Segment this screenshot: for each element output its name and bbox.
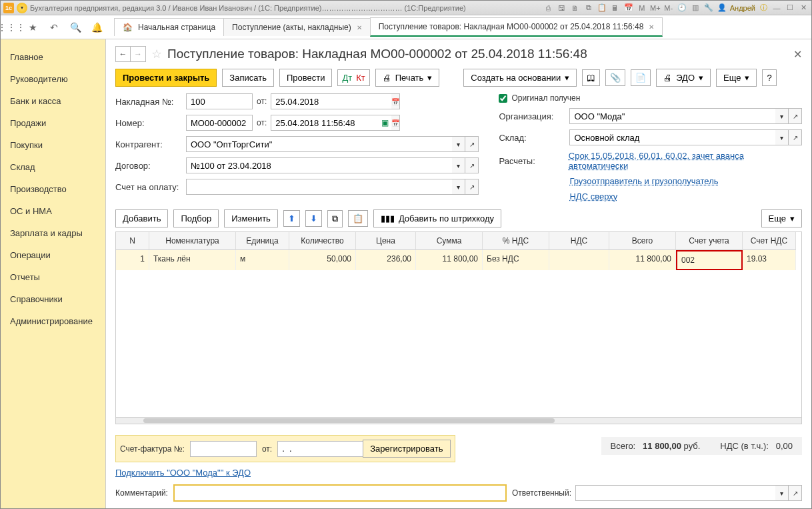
comment-input[interactable] — [173, 484, 507, 502]
col-price[interactable]: Цена — [356, 232, 416, 250]
star-icon[interactable]: ☆ — [151, 47, 162, 61]
chevron-down-icon[interactable]: ▾ — [775, 129, 789, 145]
more-button[interactable]: Еще▾ — [716, 69, 757, 87]
col-n[interactable]: N — [116, 232, 149, 250]
table-row[interactable]: 1 Ткань лён м 50,000 236,00 11 800,00 Бе… — [116, 250, 801, 270]
sidebar-item-bank[interactable]: Банк и касса — [1, 90, 105, 112]
sidebar-item-assets[interactable]: ОС и НМА — [1, 200, 105, 222]
dtct-button[interactable]: ДтКт — [337, 69, 369, 86]
col-qty[interactable]: Количество — [289, 232, 356, 250]
add-by-barcode-button[interactable]: ▮▮▮Добавить по штрихкоду — [373, 209, 501, 227]
chevron-down-icon[interactable]: ▾ — [775, 485, 789, 501]
maximize-icon[interactable]: ☐ — [785, 3, 795, 13]
print-icon[interactable]: ⎙ — [543, 3, 554, 13]
contragent-input[interactable] — [186, 136, 452, 152]
cell-unit[interactable]: м — [236, 250, 289, 270]
sidebar-item-operations[interactable]: Операции — [1, 244, 105, 266]
post-button[interactable]: Провести — [279, 69, 333, 87]
save-icon[interactable]: 🖫 — [557, 3, 567, 13]
favorite-icon[interactable]: ★ — [26, 21, 39, 34]
paste-icon[interactable]: 📋 — [597, 3, 607, 13]
history-icon[interactable]: 🕘 — [677, 3, 687, 13]
connect-edo-link[interactable]: Подключить "ООО "Мода"" к ЭДО — [115, 468, 251, 478]
col-nom[interactable]: Номенклатура — [149, 232, 236, 250]
warehouse-input[interactable] — [569, 129, 775, 145]
create-based-button[interactable]: Создать на основании▾ — [463, 69, 577, 87]
sidebar-item-production[interactable]: Производство — [1, 178, 105, 200]
col-vatp[interactable]: % НДС — [483, 232, 549, 250]
chevron-down-icon[interactable]: ▾ — [452, 179, 465, 195]
doc-icon[interactable]: 🗎 — [570, 3, 581, 13]
col-acc[interactable]: Счет учета — [676, 232, 743, 250]
sidebar-item-main[interactable]: Главное — [1, 46, 105, 68]
number-input[interactable] — [186, 115, 253, 131]
org-input[interactable] — [569, 108, 775, 124]
chevron-down-icon[interactable]: ▾ — [775, 108, 789, 124]
invoice-no-input[interactable] — [186, 93, 253, 109]
paste-rows-button[interactable]: 📋 — [348, 210, 368, 227]
calendar-icon[interactable]: 📅 — [391, 93, 400, 109]
col-sum[interactable]: Сумма — [416, 232, 483, 250]
post-and-close-button[interactable]: Провести и закрыть — [115, 69, 217, 87]
open-icon[interactable]: ↗ — [789, 108, 802, 124]
search-icon[interactable]: 🔍 — [69, 21, 82, 34]
tab-document[interactable]: Поступление товаров: Накладная МО00-0000… — [370, 17, 663, 37]
cell-price[interactable]: 236,00 — [356, 250, 416, 270]
sidebar-item-catalogs[interactable]: Справочники — [1, 288, 105, 310]
user-name[interactable]: Андрей — [730, 4, 755, 12]
cell-total[interactable]: 11 800,00 — [609, 250, 676, 270]
tab-close-icon[interactable]: ✕ — [649, 23, 654, 31]
chevron-down-icon[interactable]: ▾ — [452, 157, 465, 173]
attach-button[interactable]: 📎 — [605, 69, 625, 86]
doc-close-icon[interactable]: ✕ — [793, 48, 802, 61]
add-row-button[interactable]: Добавить — [115, 209, 168, 227]
calendar-icon[interactable]: 📅 — [623, 3, 634, 13]
panel-icon[interactable]: ▥ — [690, 3, 701, 13]
table-more-button[interactable]: Еще▾ — [761, 209, 802, 227]
cell-accvat[interactable]: 19.03 — [743, 250, 796, 270]
chevron-down-icon[interactable]: ▾ — [452, 136, 465, 152]
cell-acc[interactable]: 002 — [676, 250, 743, 270]
help-button[interactable]: ? — [762, 69, 776, 86]
col-accvat[interactable]: Счет НДС — [743, 232, 796, 250]
sidebar-item-purchases[interactable]: Покупки — [1, 134, 105, 156]
mplus-icon[interactable]: M+ — [650, 3, 661, 13]
cell-n[interactable]: 1 — [116, 250, 149, 270]
move-up-button[interactable]: ⬆ — [283, 210, 300, 227]
col-total[interactable]: Всего — [609, 232, 676, 250]
mminus-icon[interactable]: M- — [663, 3, 674, 13]
register-button[interactable]: Зарегистрировать — [363, 440, 450, 458]
cell-vat[interactable] — [549, 250, 609, 270]
shipper-link[interactable]: Грузоотправитель и грузополучатель — [569, 176, 718, 186]
history-nav-icon[interactable]: ↶ — [47, 21, 61, 34]
open-icon[interactable]: ↗ — [789, 485, 802, 501]
table-scrollbar[interactable] — [116, 417, 801, 424]
titlebar-dropdown-icon[interactable]: ▾ — [17, 3, 27, 13]
close-window-icon[interactable]: ✕ — [798, 3, 809, 13]
open-icon[interactable]: ↗ — [465, 136, 479, 152]
bill-input[interactable] — [186, 179, 452, 195]
cell-nom[interactable]: Ткань лён — [149, 250, 236, 270]
calendar-icon[interactable]: 📅 — [391, 115, 400, 131]
vat-mode-link[interactable]: НДС сверху — [569, 191, 617, 201]
related-button[interactable]: 🕮 — [582, 69, 600, 86]
tab-home[interactable]: 🏠 Начальная страница — [114, 18, 224, 36]
open-icon[interactable]: ↗ — [465, 157, 479, 173]
tab-close-icon[interactable]: ✕ — [357, 24, 362, 31]
sidebar-item-manager[interactable]: Руководителю — [1, 68, 105, 90]
apps-icon[interactable]: ⋮⋮⋮ — [5, 21, 18, 34]
sidebar-item-admin[interactable]: Администрирование — [1, 310, 105, 332]
calc-link[interactable]: Срок 15.05.2018, 60.01, 60.02, зачет ава… — [569, 151, 802, 171]
calc-icon[interactable]: 🖩 — [610, 3, 621, 13]
minimize-icon[interactable]: — — [771, 3, 782, 13]
sidebar-item-reports[interactable]: Отчеты — [1, 266, 105, 288]
wrench-icon[interactable]: 🔧 — [703, 3, 714, 13]
nav-fwd-icon[interactable]: → — [131, 47, 145, 61]
responsible-input[interactable] — [575, 485, 775, 501]
edo-button[interactable]: 🖨ЭДО▾ — [656, 69, 711, 87]
scroll-thumb[interactable] — [143, 418, 555, 423]
col-vat[interactable]: НДС — [549, 232, 609, 250]
sidebar-item-sales[interactable]: Продажи — [1, 112, 105, 134]
sf-no-input[interactable] — [190, 441, 257, 457]
cell-vatp[interactable]: Без НДС — [483, 250, 549, 270]
